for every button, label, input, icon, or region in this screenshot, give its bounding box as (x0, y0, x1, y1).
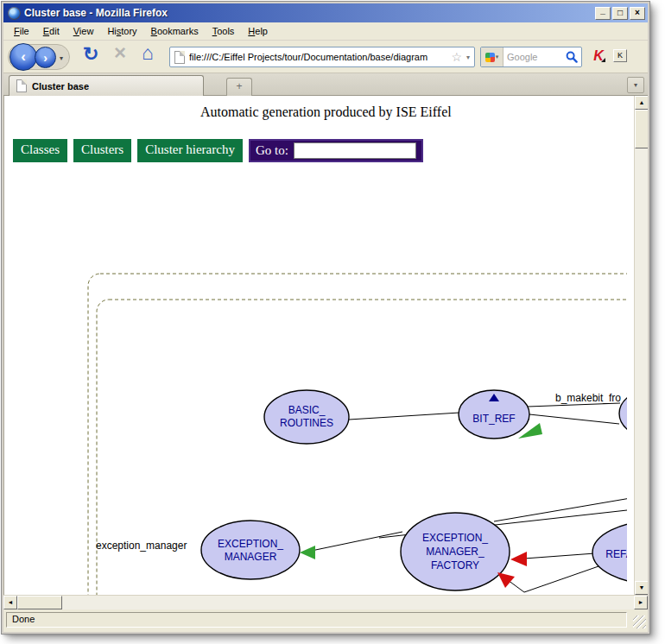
label-refa: REFA (605, 548, 627, 560)
page-icon (174, 51, 185, 64)
content-area: Automatic generation produced by ISE Eif… (3, 96, 648, 595)
bookmark-star-icon[interactable]: ☆ (449, 50, 464, 64)
url-dropdown-icon[interactable]: ▾ (464, 54, 474, 61)
window-title: Cluster base - Mozilla Firefox (24, 7, 595, 19)
scroll-down-button[interactable]: ▼ (635, 581, 648, 595)
edge-basic-bitref (349, 413, 459, 420)
maximize-button[interactable]: □ (612, 7, 628, 20)
home-button[interactable]: ⌂ (142, 41, 154, 65)
label-factory-2: MANAGER_ (426, 546, 484, 558)
new-tab-button[interactable]: + (226, 78, 252, 96)
label-factory-3: FACTORY (431, 559, 479, 571)
status-text: Done (6, 612, 627, 628)
feature-link-label: b_makebit_fro (555, 392, 621, 404)
label-exception-manager-2: MANAGER (225, 551, 277, 563)
menu-edit[interactable]: Edit (36, 23, 66, 39)
menu-tools[interactable]: Tools (206, 23, 242, 39)
red-arrow-factory2-icon (497, 572, 515, 588)
label-bit-ref: BIT_REF (472, 413, 515, 425)
minimize-button[interactable]: _ (595, 7, 611, 20)
browser-window: Cluster base - Mozilla Firefox _ □ × Fil… (2, 2, 649, 634)
edge-refa-factory-v (504, 566, 598, 592)
vertical-scrollbar[interactable]: ▲ ▼ (634, 96, 648, 595)
tab-label: Cluster base (32, 81, 89, 92)
label-basic-routines-2: ROUTINES (280, 417, 333, 429)
scroll-right-button[interactable]: ► (634, 596, 648, 609)
stop-button: × (114, 41, 126, 65)
tab-bar: Cluster base + ▾ (3, 73, 648, 96)
cluster-name-label: exception_manager (96, 540, 187, 552)
search-box[interactable]: ▾ Google (480, 47, 582, 67)
node-exception-manager[interactable] (201, 521, 300, 579)
label-basic-routines-1: BASIC_ (288, 404, 326, 416)
edge-refa-factory (524, 553, 595, 559)
menu-view[interactable]: View (66, 23, 101, 39)
menu-help[interactable]: Help (241, 23, 275, 39)
engine-dropdown-icon: ▾ (496, 54, 499, 60)
tab-favicon (16, 79, 27, 92)
menu-bookmarks[interactable]: Bookmarks (144, 23, 206, 39)
search-engine-selector[interactable]: ▾ (481, 47, 504, 66)
edge-excmgr-factory (303, 532, 402, 552)
status-bar: Done (3, 609, 648, 630)
vertical-scroll-thumb[interactable] (635, 110, 648, 148)
firefox-icon (8, 7, 21, 20)
title-bar[interactable]: Cluster base - Mozilla Firefox _ □ × (3, 3, 648, 22)
green-arrow-excmgr-icon (300, 546, 315, 559)
address-bar[interactable]: file:///C:/Eiffel Projects/tour/Document… (169, 47, 475, 67)
label-exception-manager-1: EXCEPTION_ (218, 538, 283, 550)
nav-toolbar: ‹ › ▾ ↻ × ⌂ file:///C:/Eiffel Projects/t… (3, 41, 648, 73)
label-factory-1: EXCEPTION_ (422, 532, 488, 544)
back-button[interactable]: ‹ (10, 43, 37, 71)
url-text[interactable]: file:///C:/Eiffel Projects/tour/Document… (189, 52, 449, 62)
horizontal-scroll-thumb[interactable] (17, 596, 62, 609)
page-viewport: Automatic generation produced by ISE Eif… (4, 96, 634, 595)
menu-history[interactable]: History (100, 23, 143, 39)
close-button[interactable]: × (630, 7, 645, 20)
back-forward-group: ‹ › ▾ (8, 44, 70, 70)
horizontal-scrollbar[interactable]: ◄ ► (3, 595, 648, 609)
search-icon[interactable] (566, 51, 578, 63)
search-input[interactable]: Google (504, 52, 566, 62)
menubar: FileEditViewHistoryBookmarksToolsHelp (3, 22, 648, 41)
tab-cluster-base[interactable]: Cluster base (9, 75, 204, 96)
cluster-diagram: BASIC_ ROUTINES BIT_REF D EXCEPTION_ MAN… (4, 96, 627, 595)
scroll-up-button[interactable]: ▲ (635, 96, 648, 110)
k-extension-button[interactable]: K (613, 49, 627, 62)
red-arrow-factory1-icon (510, 552, 527, 566)
forward-button[interactable]: › (35, 47, 56, 68)
kaspersky-icon[interactable]: K (591, 48, 606, 64)
resize-grip[interactable] (633, 616, 646, 628)
edge-bitref-d-lower (529, 414, 619, 424)
reload-button[interactable]: ↻ (83, 43, 98, 66)
google-icon (485, 53, 495, 62)
scroll-left-button[interactable]: ◄ (3, 596, 17, 609)
history-dropdown-icon[interactable]: ▾ (60, 54, 63, 62)
menu-file[interactable]: File (7, 23, 36, 39)
list-all-tabs-button[interactable]: ▾ (627, 77, 644, 93)
